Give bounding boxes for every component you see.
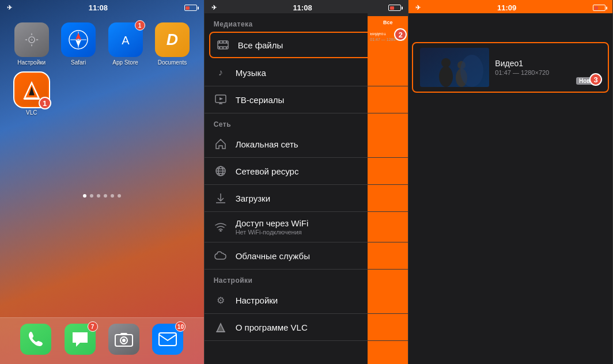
appstore-label: App Store xyxy=(112,59,138,66)
status-left-3: ✈ xyxy=(415,4,421,12)
menu-item-about[interactable]: О программе VLC xyxy=(205,314,408,341)
menu-item-cloud-label: Облачные службы xyxy=(236,251,310,261)
house-icon xyxy=(214,137,228,151)
menu-section-media: Медиатека xyxy=(205,13,408,31)
menu-item-wifi[interactable]: Доступ через WiFi Нет WiFi-подключения xyxy=(205,212,408,242)
dot-3 xyxy=(97,194,100,198)
svg-rect-41 xyxy=(216,331,225,332)
mail-badge: 10 xyxy=(175,321,186,332)
svg-rect-17 xyxy=(159,333,176,346)
menu-item-network-label: Сетевой ресурс xyxy=(236,166,299,176)
svg-point-2 xyxy=(30,39,33,41)
settings-icon xyxy=(14,22,49,57)
menu-item-cloud[interactable]: Облачные службы xyxy=(205,242,408,270)
settings-label: Настройки xyxy=(17,59,46,66)
menu-item-downloads[interactable]: Загрузки xyxy=(205,185,408,212)
appstore-icon: 1 A xyxy=(108,22,143,57)
svg-point-52 xyxy=(460,55,483,87)
dot-1 xyxy=(83,194,86,198)
airplane-icon: ✈ xyxy=(7,4,12,12)
vlc-cone-icon xyxy=(214,320,228,334)
dock-camera[interactable] xyxy=(108,324,139,355)
app-settings[interactable]: Настройки xyxy=(12,22,51,66)
video-list: Видео1 01:47 — 1280×720 Новое 3 xyxy=(408,42,612,93)
menu-item-music-label: Музыка xyxy=(236,68,266,78)
app-documents[interactable]: D Documents xyxy=(152,22,192,66)
status-right-1 xyxy=(184,5,197,11)
svg-rect-21 xyxy=(219,41,220,43)
dock: 7 10 xyxy=(0,317,204,364)
vlc-all-files-screen: ✈ 11:09 Все файлы Изменить xyxy=(408,0,613,364)
status-left-2: ✈ xyxy=(211,4,217,12)
svg-rect-16 xyxy=(120,333,127,335)
video-thumb-inner xyxy=(420,48,489,87)
svg-point-48 xyxy=(439,66,453,87)
page-dots xyxy=(0,194,204,198)
svg-rect-26 xyxy=(226,47,227,49)
step-2-badge: 2 xyxy=(394,28,407,41)
menu-item-wifi-label: Доступ через WiFi xyxy=(236,218,309,228)
video-list-item[interactable]: Видео1 01:47 — 1280×720 Новое 3 xyxy=(412,42,609,93)
documents-label: Documents xyxy=(158,59,187,66)
appstore-badge: 1 xyxy=(135,20,145,31)
menu-item-tv[interactable]: ТВ-сериалы xyxy=(205,86,408,113)
dock-messages[interactable]: 7 xyxy=(65,324,96,355)
menu-item-downloads-label: Загрузки xyxy=(236,194,270,203)
menu-section-settings: Настройки xyxy=(205,270,408,287)
menu-item-local-network[interactable]: Локальная сеть xyxy=(205,131,408,158)
app-safari[interactable]: Safari xyxy=(58,22,98,66)
mail-icon: 10 xyxy=(152,324,183,355)
app-vlc[interactable]: 1 VLC xyxy=(12,73,51,116)
dock-mail[interactable]: 10 xyxy=(152,324,183,355)
menu-item-wifi-sub: Нет WiFi-подключения xyxy=(236,229,309,236)
status-right-2 xyxy=(388,5,401,11)
battery-icon-2 xyxy=(388,5,401,11)
svg-text:A: A xyxy=(122,34,130,47)
status-time-2: 11:08 xyxy=(293,3,312,12)
vlc-menu-list: Медиатека 2 Все файлы ♪ xyxy=(205,13,408,341)
vlc-label: VLC xyxy=(26,109,37,116)
home-icons-grid: Настройки Safari 1 A xyxy=(0,13,204,125)
battery-fill-2 xyxy=(390,6,394,10)
menu-item-tv-label: ТВ-сериалы xyxy=(236,95,285,105)
menu-item-settings[interactable]: ⚙ Настройки xyxy=(205,287,408,314)
dot-4 xyxy=(104,194,107,198)
status-bar-1: ✈ 11:08 xyxy=(0,0,204,13)
svg-point-49 xyxy=(441,58,451,67)
dock-phone[interactable] xyxy=(20,324,51,355)
vlc-menu-screen: ✈ 11:08 Медиатека 2 xyxy=(205,0,409,364)
video-meta: 01:47 — 1280×720 xyxy=(495,69,601,76)
documents-d-letter: D xyxy=(167,31,178,49)
status-time-3: 11:09 xyxy=(497,3,516,12)
gear-menu-icon: ⚙ xyxy=(214,293,228,307)
status-time-1: 11:08 xyxy=(89,3,108,12)
status-left-1: ✈ xyxy=(7,4,12,12)
svg-rect-22 xyxy=(222,41,224,43)
status-bar-2: ✈ 11:08 xyxy=(205,0,408,13)
messages-icon: 7 xyxy=(65,324,96,355)
download-icon xyxy=(214,191,228,205)
phone-icon xyxy=(20,324,51,355)
vlc-icon: 1 xyxy=(14,73,49,107)
app-appstore[interactable]: 1 A App Store xyxy=(105,22,145,66)
cloud-icon xyxy=(214,249,228,263)
menu-item-network-resource[interactable]: Сетевой ресурс xyxy=(205,158,408,185)
video-info: Видео1 01:47 — 1280×720 xyxy=(495,59,601,76)
menu-item-music[interactable]: ♪ Музыка xyxy=(205,59,408,86)
safari-label: Safari xyxy=(71,59,86,66)
wifi-icon xyxy=(214,220,228,234)
status-bar-3: ✈ 11:09 xyxy=(408,0,612,13)
svg-marker-30 xyxy=(220,97,223,100)
menu-item-settings-label: Настройки xyxy=(236,295,278,305)
svg-point-38 xyxy=(220,230,221,232)
dot-5 xyxy=(111,194,114,198)
menu-section-network: Сеть xyxy=(205,113,408,131)
step-3-badge: 3 xyxy=(589,73,602,86)
safari-icon xyxy=(61,22,96,57)
music-icon: ♪ xyxy=(214,66,228,79)
battery-fill-3 xyxy=(595,6,599,10)
video-title: Видео1 xyxy=(495,59,601,68)
menu-item-all-files[interactable]: 2 Все файлы xyxy=(209,32,404,58)
menu-item-about-label: О программе VLC xyxy=(236,323,308,332)
home-screen: ✈ 11:08 Настройки xyxy=(0,0,205,364)
